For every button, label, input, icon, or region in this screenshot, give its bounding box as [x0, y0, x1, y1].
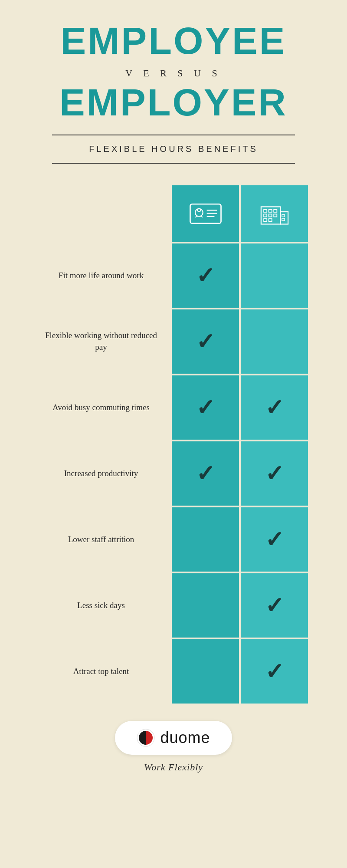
employee-icon	[188, 201, 223, 227]
comparison-table: Fit more life around work✓Flexible worki…	[39, 185, 308, 704]
employer-icon	[257, 201, 292, 227]
svg-rect-10	[274, 210, 277, 212]
svg-rect-17	[282, 218, 284, 220]
title-employer: EMPLOYER	[26, 83, 321, 122]
logo-text: duome	[160, 729, 210, 747]
row-label: Increased productivity	[39, 441, 172, 506]
table-row: Increased productivity✓✓	[39, 441, 308, 506]
employer-cell: ✓	[241, 639, 308, 704]
checkmark-icon: ✓	[196, 329, 215, 355]
employer-cell: ✓	[241, 375, 308, 440]
svg-rect-9	[268, 210, 272, 212]
svg-rect-7	[280, 212, 288, 224]
employee-cell	[172, 507, 239, 572]
checkmark-icon: ✓	[265, 592, 284, 618]
checkmark-icon: ✓	[196, 395, 215, 421]
subtitle: FLEXIBLE HOURS BENEFITS	[26, 144, 321, 154]
table-row: Lower staff attrition✓	[39, 507, 308, 572]
checkmark-icon: ✓	[265, 526, 284, 552]
svg-rect-14	[264, 219, 267, 221]
table-header-row	[39, 185, 308, 242]
table-row: Fit more life around work✓	[39, 243, 308, 308]
table-section: Fit more life around work✓Flexible worki…	[0, 185, 347, 704]
header-section: EMPLOYEE V E R S U S EMPLOYER FLEXIBLE H…	[0, 0, 347, 185]
employer-cell: ✓	[241, 573, 308, 638]
versus-text: V E R S U S	[26, 68, 321, 79]
employee-cell: ✓	[172, 441, 239, 506]
row-label: Attract top talent	[39, 639, 172, 704]
checkmark-icon: ✓	[265, 395, 284, 421]
employee-cell	[172, 639, 239, 704]
row-label: Less sick days	[39, 573, 172, 638]
employee-cell: ✓	[172, 309, 239, 374]
svg-rect-13	[274, 214, 277, 217]
checkmark-icon: ✓	[265, 658, 284, 684]
employee-cell: ✓	[172, 243, 239, 308]
divider-top	[52, 135, 295, 135]
table-row: Avoid busy commuting times✓✓	[39, 375, 308, 440]
table-row: Less sick days✓	[39, 573, 308, 638]
table-row: Flexible working without reduced pay✓	[39, 309, 308, 374]
svg-rect-16	[282, 214, 284, 217]
logo-section: duome Work Flexibly	[115, 721, 232, 773]
row-label: Flexible working without reduced pay	[39, 309, 172, 374]
employee-cell: ✓	[172, 375, 239, 440]
logo-pill: duome	[115, 721, 232, 755]
table-rows: Fit more life around work✓Flexible worki…	[39, 243, 308, 704]
employer-cell: ✓	[241, 441, 308, 506]
tagline: Work Flexibly	[144, 762, 203, 773]
svg-rect-8	[264, 210, 267, 212]
row-label: Lower staff attrition	[39, 507, 172, 572]
employer-cell	[241, 309, 308, 374]
checkmark-icon: ✓	[265, 460, 284, 487]
svg-point-1	[195, 209, 203, 217]
employer-cell: ✓	[241, 507, 308, 572]
svg-rect-11	[264, 214, 267, 217]
title-employee: EMPLOYEE	[26, 22, 321, 60]
svg-rect-15	[268, 219, 272, 221]
row-label: Fit more life around work	[39, 243, 172, 308]
employee-cell	[172, 573, 239, 638]
checkmark-icon: ✓	[196, 460, 215, 487]
svg-rect-12	[268, 214, 272, 217]
divider-bottom	[52, 163, 295, 164]
employer-cell	[241, 243, 308, 308]
checkmark-icon: ✓	[196, 263, 215, 289]
employee-column-header	[172, 185, 239, 242]
duome-logo-icon	[137, 729, 155, 747]
table-row: Attract top talent✓	[39, 639, 308, 704]
employer-column-header	[241, 185, 308, 242]
row-label: Avoid busy commuting times	[39, 375, 172, 440]
